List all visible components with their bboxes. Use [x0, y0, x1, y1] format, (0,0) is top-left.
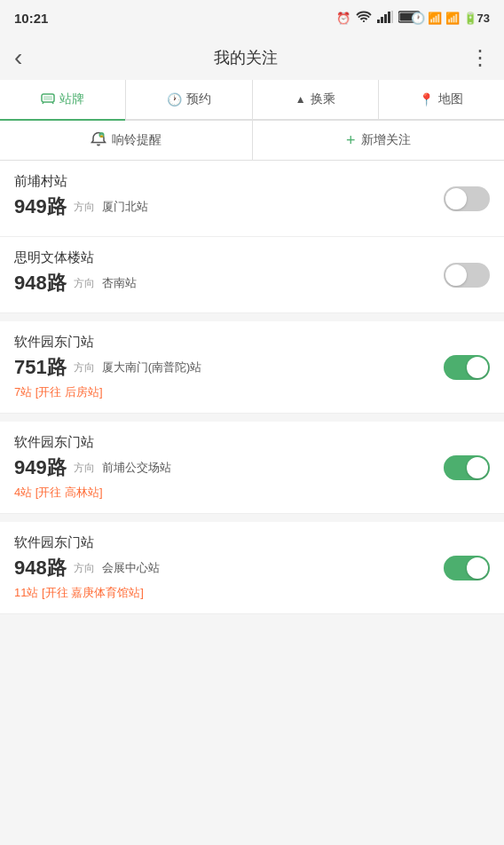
item-route: 948路 — [14, 270, 67, 296]
signal-icon — [377, 11, 393, 26]
item-route: 949路 — [14, 193, 67, 220]
toggle-item5[interactable] — [444, 556, 490, 580]
add-follow-button[interactable]: + 新增关注 — [253, 121, 505, 160]
tab-station[interactable]: 站牌 — [0, 80, 126, 119]
alarm-icon: ⏰ — [336, 12, 350, 25]
item-route-line: 751路 方向 厦大南门(南普陀)站 — [14, 354, 433, 381]
svg-text:🔒: 🔒 — [99, 132, 104, 137]
back-button[interactable]: ‹ — [14, 43, 22, 72]
svg-rect-1 — [381, 17, 383, 23]
item-direction-dest: 厦大南门(南普陀)站 — [102, 359, 202, 375]
svg-line-11 — [52, 102, 53, 104]
item-route-line: 949路 方向 前埔公交场站 — [14, 454, 433, 481]
toggle-item3[interactable] — [444, 355, 490, 380]
item-station: 软件园东门站 — [14, 434, 433, 451]
tab-booking[interactable]: 🕐 预约 — [126, 80, 252, 119]
item-alert: 11站 [开往 嘉庚体育馆站] — [14, 585, 433, 601]
item-direction-dest: 前埔公交场站 — [102, 460, 171, 476]
item-route-line: 949路 方向 厦门北站 — [14, 193, 433, 220]
item-content: 前埔村站 949路 方向 厦门北站 — [14, 173, 433, 224]
item-content: 思明文体楼站 948路 方向 杏南站 — [14, 249, 433, 300]
svg-rect-9 — [43, 96, 52, 100]
tab-map-label: 地图 — [438, 91, 463, 107]
svg-rect-4 — [391, 11, 393, 23]
item-station: 思明文体楼站 — [14, 249, 433, 266]
list-item[interactable]: 前埔村站 949路 方向 厦门北站 — [0, 161, 504, 237]
item-route: 949路 — [14, 454, 67, 481]
item-station: 前埔村站 — [14, 173, 433, 190]
toggle-item1[interactable] — [444, 186, 490, 211]
status-bar: 10:21 ⏰ — [0, 0, 504, 36]
tab-booking-icon: 🕐 — [167, 92, 182, 107]
reminder-button[interactable]: 🔒 响铃提醒 — [0, 121, 253, 160]
wifi-icon — [356, 11, 372, 26]
item-direction-label: 方向 — [74, 461, 95, 476]
toggle-item4[interactable] — [444, 455, 490, 480]
battery-level: 🕐 📶 📶 🔋73 — [411, 12, 490, 25]
status-icons: ⏰ — [336, 11, 490, 26]
svg-rect-3 — [388, 12, 390, 23]
tab-booking-label: 预约 — [186, 91, 211, 107]
tab-map[interactable]: 📍 地图 — [379, 80, 504, 119]
item-content: 软件园东门站 949路 方向 前埔公交场站 4站 [开往 高林站] — [14, 434, 433, 501]
reminder-label: 响铃提醒 — [112, 132, 161, 148]
item-direction-label: 方向 — [74, 200, 95, 215]
add-label: 新增关注 — [361, 132, 411, 148]
list-item[interactable]: 思明文体楼站 948路 方向 杏南站 — [0, 237, 504, 313]
item-direction-dest: 厦门北站 — [102, 199, 148, 215]
nav-bar: ‹ 我的关注 ⋮ — [0, 36, 504, 80]
item-route: 751路 — [14, 354, 67, 381]
list-item[interactable]: 软件园东门站 751路 方向 厦大南门(南普陀)站 7站 [开往 后房站] — [0, 321, 504, 414]
item-direction-label: 方向 — [74, 360, 95, 375]
more-button[interactable]: ⋮ — [469, 45, 490, 70]
divider — [0, 314, 504, 321]
divider — [0, 415, 504, 422]
item-alert: 7站 [开往 后房站] — [14, 384, 433, 400]
tab-station-label: 站牌 — [59, 91, 84, 107]
svg-line-10 — [43, 102, 43, 104]
tab-transfer-icon: ▲ — [295, 93, 306, 106]
item-route: 948路 — [14, 555, 67, 581]
list-item[interactable]: 软件园东门站 949路 方向 前埔公交场站 4站 [开往 高林站] — [0, 422, 504, 514]
item-content: 软件园东门站 751路 方向 厦大南门(南普陀)站 7站 [开往 后房站] — [14, 334, 433, 400]
item-direction-label: 方向 — [74, 561, 95, 576]
toggle-item2[interactable] — [444, 263, 490, 288]
tab-transfer-label: 换乘 — [311, 91, 335, 107]
page-title: 我的关注 — [214, 47, 278, 68]
item-route-line: 948路 方向 杏南站 — [14, 270, 433, 296]
svg-rect-0 — [377, 20, 380, 23]
list-container: 前埔村站 949路 方向 厦门北站 思明文体楼站 948路 方向 杏南站 软件园… — [0, 161, 504, 614]
list-item[interactable]: 软件园东门站 948路 方向 会展中心站 11站 [开往 嘉庚体育馆站] — [0, 522, 504, 614]
tab-transfer[interactable]: ▲ 换乘 — [253, 80, 379, 119]
item-station: 软件园东门站 — [14, 534, 433, 551]
bell-icon: 🔒 — [91, 131, 106, 150]
item-direction-dest: 会展中心站 — [102, 560, 160, 576]
tab-bar: 站牌 🕐 预约 ▲ 换乘 📍 地图 — [0, 80, 504, 121]
item-direction-label: 方向 — [74, 276, 95, 291]
tab-map-icon: 📍 — [419, 92, 434, 107]
item-alert: 4站 [开往 高林站] — [14, 485, 433, 501]
plus-icon: + — [346, 131, 356, 150]
item-direction-dest: 杏南站 — [102, 275, 137, 291]
item-station: 软件园东门站 — [14, 334, 433, 351]
status-time: 10:21 — [14, 11, 48, 26]
action-bar: 🔒 响铃提醒 + 新增关注 — [0, 121, 504, 161]
item-content: 软件园东门站 948路 方向 会展中心站 11站 [开往 嘉庚体育馆站] — [14, 534, 433, 601]
svg-rect-2 — [384, 14, 387, 23]
tab-station-icon — [41, 92, 55, 107]
divider — [0, 515, 504, 522]
item-route-line: 948路 方向 会展中心站 — [14, 555, 433, 581]
